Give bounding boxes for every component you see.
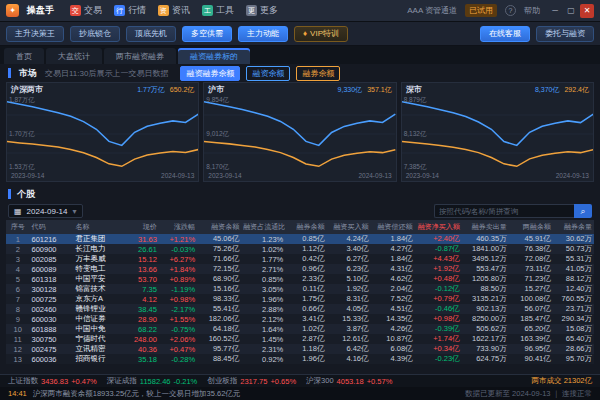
cell-融券余额: 2.33亿	[285, 274, 326, 284]
column-header-融券卖出量[interactable]: 融券卖出量	[462, 220, 509, 234]
toolbar-right-group: 在线客服委托与融资	[480, 26, 594, 42]
cell-序号: 3	[6, 254, 30, 264]
cell-融资偿还额: 2.04亿	[371, 284, 415, 294]
cell-融资偿还额: 4.26亿	[371, 324, 415, 334]
table-row[interactable]: 7000725京东方A4.12+0.98%98.33亿1.96%1.75亿8.3…	[6, 294, 594, 304]
legend-chip-融资融券余额[interactable]: 融资融券余额	[180, 66, 240, 81]
toolbar-button-主升决策王[interactable]: 主升决策王	[6, 26, 64, 42]
account-label: AAA 资管通道	[407, 5, 457, 16]
column-header-融资买入额[interactable]: 融资买入额	[326, 220, 370, 234]
cell-两融余额: 56.07亿	[509, 304, 553, 314]
menu-更多[interactable]: 更更多	[246, 4, 278, 17]
tab-首页[interactable]: 首页	[4, 48, 44, 64]
column-header-两融余额[interactable]: 两融余额	[509, 220, 553, 234]
column-header-涨跌幅[interactable]: 涨跌幅	[159, 220, 197, 234]
index-创业板指[interactable]: 创业板指2317.75+0.65%	[207, 376, 296, 386]
market-note: 交易日11:30后展示上一交易日数据	[45, 68, 168, 79]
cell-融资净买入额: -0.46亿	[415, 304, 462, 314]
chart-plot-area[interactable]: 9,854亿9,012亿8,170亿	[204, 96, 395, 172]
toolbar-button-VIP特训[interactable]: ♦VIP特训	[294, 26, 348, 42]
column-header-名称[interactable]: 名称	[74, 220, 124, 234]
toolbar-button-委托与融资[interactable]: 委托与融资	[536, 26, 594, 42]
toolbar-button-多空供需[interactable]: 多空供需	[182, 26, 232, 42]
minimize-button[interactable]: ─	[548, 4, 562, 18]
cell-序号: 11	[6, 334, 30, 344]
maximize-button[interactable]: ▢	[564, 4, 578, 18]
table-row[interactable]: 2600900长江电力26.61-0.03%75.26亿1.02%1.12亿3.…	[6, 244, 594, 254]
cell-两融余额: 100.08亿	[509, 294, 553, 304]
chart-plot-area[interactable]: 8,879亿8,132亿7,385亿	[402, 96, 593, 172]
toolbar-button-抄底锁仓[interactable]: 抄底锁仓	[70, 26, 120, 42]
table-row[interactable]: 12002475立讯精密40.36+0.47%95.77亿2.31%1.18亿6…	[6, 344, 594, 354]
column-header-序号[interactable]: 序号	[6, 220, 30, 234]
close-button[interactable]: ✕	[580, 4, 594, 18]
chart-plot-area[interactable]: 1.87万亿1.70万亿1.53万亿	[7, 96, 198, 172]
column-header-融资余额[interactable]: 融资余额	[197, 220, 241, 234]
column-header-融券余额[interactable]: 融券余额	[285, 220, 326, 234]
cell-融券余额: 1.12亿	[285, 244, 326, 254]
cell-序号: 5	[6, 274, 30, 284]
table-row[interactable]: 9600030中信证券28.90+1.55%182.06亿2.12%3.41亿1…	[6, 314, 594, 324]
cell-两融余额: 163.39亿	[509, 334, 553, 344]
table-row[interactable]: 13600036招商银行35.18-0.28%88.45亿0.92%1.96亿4…	[6, 354, 594, 364]
menu-交易[interactable]: 交交易	[70, 4, 102, 17]
help-icon[interactable]: ?	[505, 5, 516, 16]
column-header-融资占流通比[interactable]: 融资占流通比	[241, 220, 285, 234]
index-上证指数[interactable]: 上证指数3436.83+0.47%	[8, 376, 97, 386]
cell-代码: 601216	[30, 234, 74, 244]
toolbar-left-group: 主升决策王抄底锁仓顶底先机多空供需主力动能♦VIP特训	[6, 26, 348, 42]
table-row[interactable]: 4600089特变电工13.66+1.84%72.15亿2.71%0.96亿6.…	[6, 264, 594, 274]
toolbar-button-主力动能[interactable]: 主力动能	[238, 26, 288, 42]
tab-两市融资融券[interactable]: 两市融资融券	[104, 48, 176, 64]
stock-table-wrap: 序号代码名称现价涨跌幅融资余额融资占流通比融券余额融资买入额融资偿还额融资净买入…	[0, 220, 600, 374]
table-row[interactable]: 1601216君正集团31.63+1.21%45.06亿1.23%0.85亿4.…	[6, 234, 594, 244]
help-label[interactable]: 帮助	[524, 5, 540, 16]
cell-两融余额: 15.27亿	[509, 284, 553, 294]
index-change: -0.21%	[174, 377, 198, 386]
cell-代码: 600036	[30, 354, 74, 364]
chart-latest-value: 8,370亿	[535, 85, 560, 95]
cell-涨跌幅: -0.28%	[159, 354, 197, 364]
cell-两融余额: 90.41亿	[509, 354, 553, 364]
index-value: 2317.75	[240, 377, 267, 386]
cell-融资买入额: 8.31亿	[326, 294, 370, 304]
cell-融券卖出量: 1622.17万	[462, 334, 509, 344]
column-header-融资偿还额[interactable]: 融资偿还额	[371, 220, 415, 234]
menu-行情[interactable]: 行行情	[114, 4, 146, 17]
table-row[interactable]: 5601318中国平安53.70+0.89%68.90亿0.85%2.33亿5.…	[6, 274, 594, 284]
cell-融资买入额: 3.87亿	[326, 324, 370, 334]
menu-工具[interactable]: 工工具	[202, 4, 234, 17]
cell-名称: 长江电力	[74, 244, 124, 254]
toolbar-button-顶底先机[interactable]: 顶底先机	[126, 26, 176, 42]
column-header-融券余量[interactable]: 融券余量	[553, 220, 594, 234]
cell-融资占流通比: 0.85%	[241, 274, 285, 284]
menu-资讯[interactable]: 资资讯	[158, 4, 190, 17]
cell-名称: 宁德时代	[74, 334, 124, 344]
tab-大盘统计[interactable]: 大盘统计	[46, 48, 102, 64]
column-header-融资净买入额[interactable]: 融资净买入额	[415, 220, 462, 234]
column-header-代码[interactable]: 代码	[30, 220, 74, 234]
index-沪深300[interactable]: 沪深3004053.18+0.57%	[306, 376, 392, 386]
table-row[interactable]: 8002460赣锋锂业38.45-2.17%55.41亿2.88%0.66亿4.…	[6, 304, 594, 314]
search-input[interactable]	[434, 204, 574, 218]
legend-chip-融券余额[interactable]: 融券余额	[296, 66, 340, 81]
cell-融资净买入额: +0.48亿	[415, 274, 462, 284]
toolbar-button-label: 委托与融资	[545, 28, 585, 39]
toolbar-button-在线客服[interactable]: 在线客服	[480, 26, 530, 42]
table-row[interactable]: 6300128锦富技术7.35-1.19%15.16亿3.05%0.11亿1.9…	[6, 284, 594, 294]
cell-现价: 38.45	[124, 304, 159, 314]
table-row[interactable]: 3002085万丰奥威15.12+6.27%71.66亿1.77%0.42亿6.…	[6, 254, 594, 264]
legend-chip-融资余额[interactable]: 融资余额	[246, 66, 290, 81]
chart-latest-values: 9,330亿357.1亿	[338, 85, 392, 95]
cell-融券余量: 30.62万	[553, 234, 594, 244]
cell-名称: 特变电工	[74, 264, 124, 274]
table-row[interactable]: 10601888中国中免68.22-0.75%64.18亿1.64%1.02亿3…	[6, 324, 594, 334]
search-button[interactable]: ⌕	[574, 204, 592, 218]
index-深证成指[interactable]: 深证成指11582.46-0.21%	[107, 376, 198, 386]
table-row[interactable]: 11300750宁德时代248.00+2.06%160.52亿1.45%2.87…	[6, 334, 594, 344]
status-news[interactable]: 沪深两市融资余额18933.25亿元，较上一交易日增加35.62亿元	[33, 389, 241, 399]
date-picker[interactable]: ▦ 2024-09-14 ▾	[8, 204, 83, 218]
column-header-现价[interactable]: 现价	[124, 220, 159, 234]
cell-名称: 君正集团	[74, 234, 124, 244]
tab-融资融券标的[interactable]: 融资融券标的	[178, 48, 250, 64]
